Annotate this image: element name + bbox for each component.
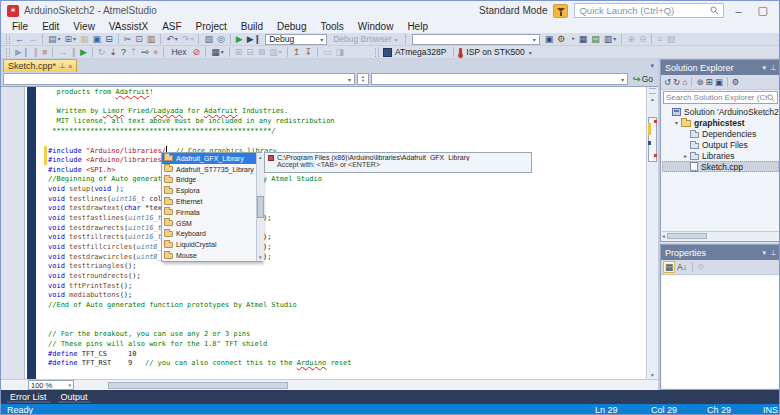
processor-status-icon[interactable]: ▦▾: [209, 46, 226, 58]
completion-item[interactable]: GSM: [162, 218, 256, 229]
solution-explorer-hscrollbar[interactable]: ◂: [662, 231, 779, 240]
device-name[interactable]: ATmega328P: [395, 47, 450, 57]
se-forward-icon[interactable]: ↻: [672, 76, 681, 88]
zoom-in-icon[interactable]: ⊕: [625, 33, 637, 45]
save-icon[interactable]: ▣: [91, 33, 104, 45]
member-combo[interactable]: ▾: [371, 73, 628, 85]
expander-icon[interactable]: ▾: [673, 119, 680, 126]
se-back-icon[interactable]: ↺: [663, 76, 672, 88]
extra1-icon[interactable]: ▭: [321, 46, 334, 58]
scroll-up-icon[interactable]: ▴: [259, 154, 262, 160]
toggle-breakpoint-icon[interactable]: ●: [151, 46, 160, 58]
memory-window-icon[interactable]: ▥▾: [267, 46, 284, 58]
tree-item-dependencies[interactable]: Dependencies: [662, 128, 779, 139]
step-into-icon[interactable]: ⇣: [107, 46, 119, 58]
new-project-icon[interactable]: ▤▾: [46, 33, 63, 45]
navigate-list-icon[interactable]: ≡: [655, 33, 664, 45]
properties-title-bar[interactable]: Properties ▾ ⊥: [661, 245, 780, 260]
show-next-statement-icon[interactable]: ⇨: [139, 46, 151, 58]
stopwatch-icon[interactable]: ◔: [567, 33, 576, 45]
categorized-icon[interactable]: ▦: [663, 261, 675, 273]
se-properties-icon[interactable]: ⚙: [731, 76, 741, 88]
debug-browser-dropdown[interactable]: Debug Browser ▾: [329, 34, 402, 44]
menu-item-tools[interactable]: Tools: [313, 20, 350, 33]
zoom-window-icon[interactable]: ◎: [215, 33, 227, 45]
scroll-up-icon[interactable]: ▴: [647, 95, 658, 103]
pause-icon[interactable]: ∥: [69, 46, 78, 58]
completion-item[interactable]: Firmata: [162, 207, 256, 218]
solution-explorer-title-bar[interactable]: Solution Explorer ▾ ⊥: [661, 60, 780, 75]
completion-item[interactable]: Adafruit_GFX_Library: [162, 153, 256, 164]
redo-icon[interactable]: ↷▾: [180, 33, 196, 45]
navigate-forward-icon[interactable]: →: [26, 33, 39, 45]
editor-zoom-select[interactable]: 100 % ▾: [28, 380, 74, 390]
menu-item-build[interactable]: Build: [234, 20, 270, 33]
tree-item-graphicstest[interactable]: ▾graphicstest: [662, 117, 779, 128]
scrollbar-thumb[interactable]: [667, 233, 707, 239]
menu-item-window[interactable]: Window: [351, 20, 401, 33]
undo-icon[interactable]: ↶▾: [164, 33, 180, 45]
tree-item-libraries[interactable]: ▸Libraries: [662, 150, 779, 161]
splitter-grip[interactable]: [649, 88, 656, 94]
completion-item[interactable]: Ethernet: [162, 196, 256, 207]
menu-item-edit[interactable]: Edit: [35, 20, 66, 33]
attach-to-target-icon[interactable]: ▶❙: [13, 46, 31, 58]
completion-scrollbar[interactable]: ▴ ▾: [256, 153, 264, 261]
scroll-down-icon[interactable]: ▾: [647, 371, 658, 379]
add-new-item-icon[interactable]: ⊞▾: [63, 33, 79, 45]
completion-item[interactable]: Mouse: [162, 250, 256, 261]
menu-item-asf[interactable]: ASF: [155, 20, 188, 33]
stop-debugging-icon[interactable]: ■: [40, 46, 49, 58]
quick-find-icon[interactable]: ▨: [202, 33, 215, 45]
goto-button[interactable]: ↪ Go: [630, 74, 656, 84]
step-out-icon[interactable]: ⇡: [128, 46, 140, 58]
hex-toggle-button[interactable]: Hex: [167, 46, 190, 58]
run-to-cursor-icon[interactable]: →: [56, 46, 69, 58]
window-menu-icon[interactable]: ▾: [762, 249, 766, 257]
show-pages-icon[interactable]: ▥▾: [602, 33, 619, 45]
search-combo[interactable]: ▾: [412, 34, 540, 45]
tree-item-sketch-cpp[interactable]: Sketch.cpp: [662, 161, 779, 172]
extra2-icon[interactable]: ◨: [333, 46, 346, 58]
menu-item-debug[interactable]: Debug: [270, 20, 313, 33]
menu-item-file[interactable]: File: [5, 20, 35, 33]
window-menu-icon[interactable]: ▾: [762, 64, 766, 72]
scrollbar-thumb[interactable]: [257, 196, 264, 218]
minimize-button[interactable]: –: [730, 5, 746, 17]
tree-item-output-files[interactable]: Output Files: [662, 139, 779, 150]
step-over-icon[interactable]: ?: [119, 46, 128, 58]
panel-tab-output[interactable]: Output: [54, 391, 95, 404]
device-tools-icon[interactable]: ⚙: [555, 33, 567, 45]
read-from-device-icon[interactable]: ↧: [302, 46, 314, 58]
debug-configuration-combo[interactable]: Debug ▾: [265, 34, 327, 45]
pin-icon[interactable]: ⊥: [770, 249, 776, 257]
menu-item-help[interactable]: Help: [400, 20, 435, 33]
paste-icon[interactable]: ▥: [145, 33, 158, 45]
scroll-left-icon[interactable]: ◂: [662, 233, 665, 239]
save-all-icon[interactable]: ⊟: [103, 33, 115, 45]
completion-item[interactable]: Keyboard: [162, 229, 256, 240]
callstack-window-icon[interactable]: ⊠: [256, 46, 268, 58]
document-list-icon[interactable]: ▾: [650, 62, 654, 70]
scope-icon[interactable]: ⊚: [695, 76, 704, 88]
continue-icon[interactable]: ▶: [78, 46, 89, 58]
definition-spinner[interactable]: ▴ ▾: [357, 73, 369, 85]
solution-explorer-search-input[interactable]: Search Solution Explorer (Ctrl+;): [663, 91, 778, 104]
pin-icon[interactable]: ⊥: [59, 62, 65, 70]
locals-window-icon[interactable]: ⊟: [244, 46, 256, 58]
upload-to-device-icon[interactable]: ↥: [291, 46, 303, 58]
open-file-icon[interactable]: ▦: [78, 33, 91, 45]
watch-window-icon[interactable]: ⊞: [233, 46, 245, 58]
toolbar-grip[interactable]: [375, 48, 379, 57]
memory-view-icon[interactable]: ▦: [577, 33, 590, 45]
horizontal-scrollbar-thumb[interactable]: [108, 382, 288, 389]
alphabetical-icon[interactable]: A↓: [675, 261, 689, 273]
breakpoint-margin[interactable]: [27, 87, 36, 379]
toolbar-overflow-icon[interactable]: ▾: [529, 49, 532, 56]
device-programming-icon[interactable]: ▣: [543, 33, 556, 45]
reset-icon[interactable]: ↻: [96, 46, 108, 58]
menu-item-project[interactable]: Project: [189, 20, 234, 33]
context-combo[interactable]: ▾: [3, 73, 355, 85]
navigate-backward-icon[interactable]: ←: [13, 33, 26, 45]
toolbar-grip[interactable]: [6, 48, 10, 57]
